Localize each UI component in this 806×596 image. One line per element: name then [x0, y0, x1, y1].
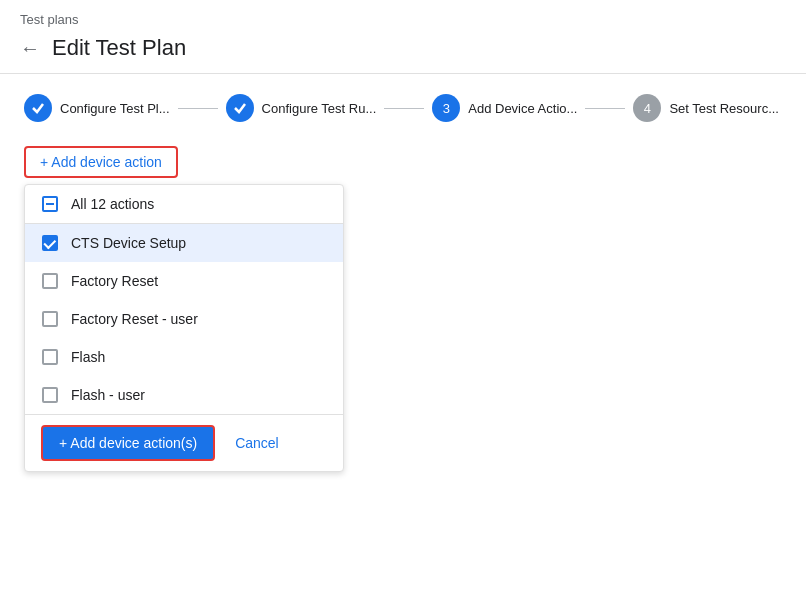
flash-user-checkbox [41, 386, 59, 404]
flash-user-label: Flash - user [71, 387, 145, 403]
flash-checkbox [41, 348, 59, 366]
step-connector-1 [178, 108, 218, 109]
cts-label: CTS Device Setup [71, 235, 186, 251]
step-3: 3 Add Device Actio... [432, 94, 577, 122]
factory-reset-checkbox [41, 272, 59, 290]
step-2: Configure Test Ru... [226, 94, 377, 122]
back-button[interactable]: ← [20, 37, 40, 60]
main-content: + Add device action All 12 actions CTS [0, 142, 806, 596]
step-2-label: Configure Test Ru... [262, 101, 377, 116]
step-3-label: Add Device Actio... [468, 101, 577, 116]
all-actions-label: All 12 actions [71, 196, 154, 212]
page-title: Edit Test Plan [52, 35, 186, 61]
add-device-action-button[interactable]: + Add device action [24, 146, 178, 178]
step-4-label: Set Test Resourc... [669, 101, 779, 116]
step-connector-3 [585, 108, 625, 109]
list-item[interactable]: Flash - user [25, 376, 343, 414]
dropdown-list: All 12 actions CTS Device Setup Factory … [25, 185, 343, 414]
list-item[interactable]: Factory Reset - user [25, 300, 343, 338]
step-1-circle [24, 94, 52, 122]
step-1: Configure Test Pl... [24, 94, 170, 122]
step-1-label: Configure Test Pl... [60, 101, 170, 116]
step-connector-2 [384, 108, 424, 109]
checkmark-icon-2 [233, 101, 247, 115]
dropdown-panel: All 12 actions CTS Device Setup Factory … [24, 184, 344, 472]
step-4: 4 Set Test Resourc... [633, 94, 779, 122]
checked-checkbox-icon [42, 235, 58, 251]
unchecked-checkbox-icon [42, 349, 58, 365]
header: ← Edit Test Plan [0, 31, 806, 74]
step-2-circle [226, 94, 254, 122]
page-container: Test plans ← Edit Test Plan Configure Te… [0, 0, 806, 596]
checkmark-icon [31, 101, 45, 115]
cts-checkbox [41, 234, 59, 252]
list-item[interactable]: CTS Device Setup [25, 224, 343, 262]
stepper: Configure Test Pl... Configure Test Ru..… [0, 74, 806, 142]
indeterminate-checkbox-icon [42, 196, 58, 212]
cancel-button[interactable]: Cancel [231, 427, 283, 459]
add-device-actions-button[interactable]: + Add device action(s) [41, 425, 215, 461]
unchecked-checkbox-icon [42, 311, 58, 327]
step-3-circle: 3 [432, 94, 460, 122]
factory-reset-user-label: Factory Reset - user [71, 311, 198, 327]
factory-reset-user-checkbox [41, 310, 59, 328]
dropdown-footer: + Add device action(s) Cancel [25, 414, 343, 471]
step-4-circle: 4 [633, 94, 661, 122]
factory-reset-label: Factory Reset [71, 273, 158, 289]
breadcrumb: Test plans [0, 0, 806, 31]
all-actions-checkbox [41, 195, 59, 213]
all-actions-item[interactable]: All 12 actions [25, 185, 343, 223]
unchecked-checkbox-icon [42, 387, 58, 403]
flash-label: Flash [71, 349, 105, 365]
list-item[interactable]: Flash [25, 338, 343, 376]
unchecked-checkbox-icon [42, 273, 58, 289]
list-item[interactable]: Factory Reset [25, 262, 343, 300]
